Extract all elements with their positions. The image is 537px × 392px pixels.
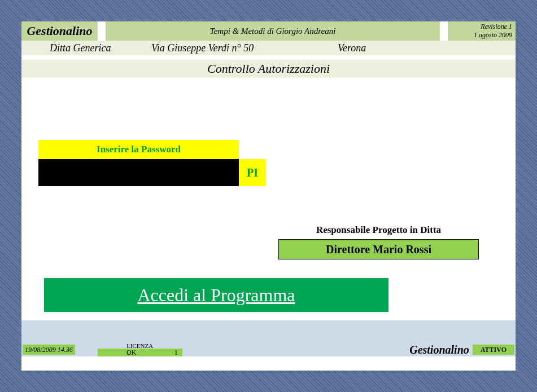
password-label: Inserire la Password	[38, 140, 239, 159]
footer-spacer	[21, 320, 516, 343]
password-code: PI	[239, 159, 266, 186]
spacer	[21, 55, 516, 60]
app-brand: Gestionalino	[21, 21, 98, 41]
section-title: Controllo Autorizzazioni	[21, 60, 516, 78]
password-input[interactable]	[38, 159, 239, 186]
company-city: Verona	[338, 42, 516, 54]
status-active: ATTIVO	[473, 345, 514, 355]
responsible-value: Direttore Mario Rossi	[278, 239, 479, 259]
revision-box: Revisione 1 1 agosto 2009	[448, 21, 516, 41]
company-address: Via Giuseppe Verdi n° 50	[151, 42, 338, 54]
titlebar-gap	[440, 21, 448, 41]
status-brand: Gestionalino	[409, 343, 469, 356]
license-number: 1	[165, 349, 182, 356]
access-button[interactable]: Accedi al Programma	[44, 278, 388, 312]
company-bar: Ditta Generica Via Giuseppe Verdi n° 50 …	[21, 41, 516, 55]
status-bar: 19/08/2009 14.36 LICENZA OK 1 Gestionali…	[21, 343, 516, 356]
license-status: OK	[98, 349, 165, 356]
status-datetime: 19/08/2009 14.36	[23, 345, 75, 355]
revision-date: 1 agosto 2009	[474, 31, 512, 39]
title-subtitle: Tempi & Metodi di Giorgio Andreani	[106, 21, 440, 41]
title-bar: Gestionalino Tempi & Metodi di Giorgio A…	[21, 21, 516, 41]
titlebar-gap	[98, 21, 106, 41]
license-label: LICENZA	[98, 343, 182, 349]
revision-number: Revisione 1	[481, 23, 512, 31]
responsible-title: Responsabile Progetto in Ditta	[278, 224, 479, 236]
app-frame: Gestionalino Tempi & Metodi di Giorgio A…	[21, 21, 516, 371]
status-license: LICENZA OK 1	[98, 343, 182, 356]
company-name: Ditta Generica	[21, 42, 151, 54]
main-panel: Inserire la Password PI Responsabile Pro…	[21, 78, 516, 320]
